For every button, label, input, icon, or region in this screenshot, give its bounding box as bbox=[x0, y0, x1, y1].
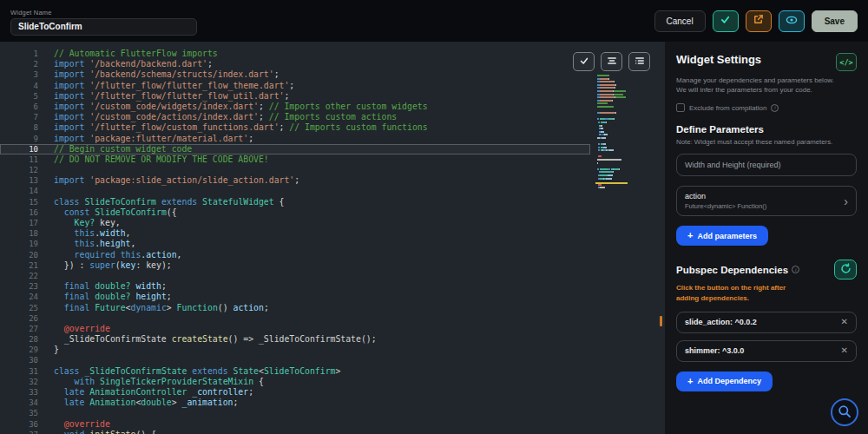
code-line[interactable]: 37 void initState() { bbox=[0, 430, 590, 434]
line-number: 11 bbox=[0, 155, 38, 165]
code-line[interactable]: 33 late AnimationController _controller; bbox=[0, 387, 590, 398]
code-line[interactable]: 17 Key? key, bbox=[0, 218, 590, 228]
view-code-button[interactable]: </> bbox=[836, 53, 857, 71]
code-line[interactable]: 32 with SingleTickerProviderStateMixin { bbox=[0, 377, 590, 387]
line-number: 9 bbox=[0, 134, 38, 144]
line-number: 36 bbox=[0, 419, 38, 430]
dependency-row[interactable]: slide_action: ^0.0.2✕ bbox=[676, 312, 857, 333]
line-number: 27 bbox=[0, 324, 38, 334]
code-line[interactable]: 5import '/flutter_flow/flutter_flow_util… bbox=[0, 91, 590, 102]
code-line[interactable]: 19 this.height, bbox=[0, 239, 590, 249]
add-parameters-button[interactable]: + Add parameters bbox=[676, 226, 768, 246]
exclude-compilation-checkbox[interactable] bbox=[676, 103, 685, 112]
code-line[interactable]: 8import '/flutter_flow/custom_functions.… bbox=[0, 122, 590, 133]
line-number: 12 bbox=[0, 165, 38, 175]
editor-check-button[interactable] bbox=[573, 52, 595, 71]
code-line[interactable]: 21 }) : super(key: key); bbox=[0, 260, 590, 271]
line-content: }) : super(key: key); bbox=[38, 260, 172, 271]
code-line[interactable]: 12 bbox=[0, 165, 590, 175]
preview-button[interactable] bbox=[779, 10, 805, 32]
line-number: 1 bbox=[0, 49, 38, 59]
line-content: // Automatic FlutterFlow imports bbox=[38, 49, 218, 59]
line-content: import 'package:flutter/material.dart'; bbox=[38, 134, 253, 144]
line-number: 20 bbox=[0, 250, 38, 260]
line-number: 37 bbox=[0, 430, 38, 434]
line-content: required this.action, bbox=[38, 250, 181, 260]
line-content: @override bbox=[38, 324, 110, 334]
line-content: final double? height; bbox=[38, 292, 172, 302]
parameter-card[interactable]: actionFuture<dynamic> Function()› bbox=[676, 186, 857, 216]
minimap[interactable] bbox=[597, 75, 626, 192]
line-number: 22 bbox=[0, 271, 38, 281]
code-line[interactable]: 14 bbox=[0, 186, 590, 196]
code-line[interactable]: 34 late Animation<double> _animation; bbox=[0, 398, 590, 408]
code-line[interactable]: 28 _SlideToConfirmState createState() =>… bbox=[0, 334, 590, 345]
line-content: with SingleTickerProviderStateMixin { bbox=[38, 377, 264, 387]
code-line[interactable]: 36 @override bbox=[0, 419, 590, 430]
code-line[interactable]: 25 final Future<dynamic> Function() acti… bbox=[0, 303, 590, 313]
code-line[interactable]: 22 bbox=[0, 271, 590, 281]
line-wrap-button[interactable] bbox=[628, 52, 650, 71]
check-icon bbox=[579, 56, 589, 69]
code-line[interactable]: 18 this.width, bbox=[0, 228, 590, 239]
flutterflow-widget-editor: Widget Name Cancel bbox=[0, 0, 868, 434]
scrollbar-warning-marker bbox=[660, 316, 662, 326]
validate-code-button[interactable] bbox=[713, 10, 739, 32]
line-content bbox=[38, 408, 54, 418]
line-content bbox=[38, 271, 54, 281]
code-line[interactable]: 24 final double? height; bbox=[0, 292, 590, 302]
code-line[interactable]: 6import '/custom_code/widgets/index.dart… bbox=[0, 102, 590, 112]
zoom-search-button[interactable] bbox=[831, 398, 858, 426]
line-content: class SlideToConfirm extends StatefulWid… bbox=[38, 197, 284, 207]
plus-icon: + bbox=[687, 231, 693, 240]
code-line[interactable]: 4import '/flutter_flow/flutter_flow_them… bbox=[0, 81, 590, 91]
line-number: 32 bbox=[0, 377, 38, 387]
code-line[interactable]: 11// DO NOT REMOVE OR MODIFY THE CODE AB… bbox=[0, 155, 590, 165]
code-line[interactable]: 10// Begin custom widget code bbox=[0, 144, 590, 155]
code-line[interactable]: 9import 'package:flutter/material.dart'; bbox=[0, 134, 590, 144]
line-number: 35 bbox=[0, 408, 38, 418]
line-content: final Future<dynamic> Function() action; bbox=[38, 303, 269, 313]
width-height-field[interactable]: Width and Height (required) bbox=[676, 154, 857, 176]
code-line[interactable]: 23 final double? width; bbox=[0, 281, 590, 292]
line-content: // Begin custom widget code bbox=[38, 144, 192, 155]
dependency-name: slide_action: ^0.0.2 bbox=[685, 318, 757, 326]
code-line[interactable]: 16 const SlideToConfirm({ bbox=[0, 207, 590, 218]
save-button[interactable]: Save bbox=[812, 10, 858, 32]
code-line[interactable]: 2import '/backend/backend.dart'; bbox=[0, 59, 590, 69]
remove-dependency-icon[interactable]: ✕ bbox=[841, 318, 848, 326]
line-content: this.height, bbox=[38, 239, 135, 249]
editor-toolbar bbox=[573, 52, 650, 71]
remove-dependency-icon[interactable]: ✕ bbox=[841, 346, 848, 355]
code-line[interactable]: 3import '/backend/schema/structs/index.d… bbox=[0, 69, 590, 80]
code-line[interactable]: 1// Automatic FlutterFlow imports bbox=[0, 49, 590, 59]
line-content: // DO NOT REMOVE OR MODIFY THE CODE ABOV… bbox=[38, 155, 269, 165]
line-number: 5 bbox=[0, 91, 38, 102]
format-code-button[interactable] bbox=[601, 52, 622, 71]
cancel-button[interactable]: Cancel bbox=[654, 10, 706, 32]
refresh-dependencies-button[interactable] bbox=[834, 260, 857, 279]
info-icon[interactable]: i bbox=[792, 266, 799, 273]
code-line[interactable]: 29} bbox=[0, 345, 590, 355]
code-line[interactable]: 20 required this.action, bbox=[0, 250, 590, 260]
code-line[interactable]: 26 bbox=[0, 313, 590, 324]
minimap-content bbox=[597, 75, 626, 190]
line-content: class _SlideToConfirmState extends State… bbox=[38, 366, 340, 377]
add-dependency-button[interactable]: + Add Dependency bbox=[676, 372, 773, 391]
code-editor[interactable]: 1// Automatic FlutterFlow imports2import… bbox=[0, 42, 664, 434]
export-icon bbox=[753, 14, 764, 28]
code-line[interactable]: 35 bbox=[0, 408, 590, 418]
widget-name-input[interactable] bbox=[10, 18, 197, 36]
code-line[interactable]: 7import '/custom_code/actions/index.dart… bbox=[0, 112, 590, 122]
dependency-row[interactable]: shimmer: ^3.0.0✕ bbox=[676, 340, 857, 362]
chevron-right-icon: › bbox=[844, 195, 848, 207]
code-line[interactable]: 27 @override bbox=[0, 324, 590, 334]
copy-code-button[interactable] bbox=[746, 10, 772, 32]
info-icon[interactable]: i bbox=[771, 104, 779, 112]
code-line[interactable]: 15class SlideToConfirm extends StatefulW… bbox=[0, 197, 590, 207]
code-line[interactable]: 13import 'package:slide_action/slide_act… bbox=[0, 175, 590, 186]
code-line[interactable]: 31class _SlideToConfirmState extends Sta… bbox=[0, 366, 590, 377]
code-line[interactable]: 30 bbox=[0, 355, 590, 365]
line-number: 7 bbox=[0, 112, 38, 122]
exclude-compilation-row: Exclude from compilation i bbox=[676, 103, 857, 112]
